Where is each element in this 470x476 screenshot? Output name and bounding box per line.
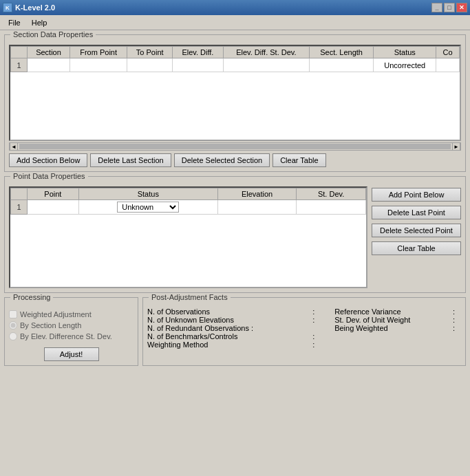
post-adj-row-4: N. of Benchmarks/Controls : [147,332,461,340]
post-stdev-unit-label: St. Dev. of Unit Weight [334,316,453,324]
point-cell-elevation[interactable] [217,200,296,215]
section-cell-status: Uncorrected [374,58,436,72]
col-header-from-point: From Point [70,47,127,58]
pt-col-status: Status [78,188,217,200]
point-cell-status[interactable]: Unknown Known Fixed [78,200,217,215]
weighted-adjustment-option[interactable]: Weighted Adjustment [9,310,133,318]
post-adj-table: N. of Observations : Reference Variance … [147,307,461,349]
section-buttons: Add Section Below Delete Last Section De… [9,153,461,167]
post-unk-elev-colon: : [312,316,321,324]
section-row-num: 1 [11,58,28,72]
post-red-obs-value [321,324,334,332]
post-adj-label: Post-Adjustment Facts [149,293,231,301]
point-table: Point Status Elevation St. Dev. 1 [10,188,366,215]
point-buttons: Add Point Below Delete Last Point Delete… [372,186,461,288]
window-controls[interactable]: _ □ ✕ [431,3,467,12]
section-table-row: 1 Uncorrected [11,58,460,72]
section-cell-sect-length[interactable] [309,58,373,72]
section-table: Section From Point To Point Elev. Diff. … [10,46,460,72]
post-ref-var-label: Reference Variance [334,307,453,316]
point-group-label: Point Data Properties [10,172,88,180]
app-icon: K [3,3,12,12]
main-content: Section Data Properties Section From Poi… [0,30,470,476]
col-header-to-point: To Point [127,47,173,58]
post-bench-colon: : [312,332,321,340]
point-cell-point[interactable] [28,200,79,215]
section-cell-elev-diff[interactable] [173,58,224,72]
status-dropdown[interactable]: Unknown Known Fixed [117,202,179,213]
post-empty-1 [334,332,453,340]
menu-help[interactable]: Help [26,17,53,28]
col-header-status: Status [374,47,436,58]
post-obs-colon: : [312,307,321,316]
by-elev-label: By Elev. Difference St. Dev. [20,332,112,340]
processing-group: Processing Weighted Adjustment By Sectio… [4,297,138,366]
clear-point-table-button[interactable]: Clear Table [372,241,461,255]
post-red-obs-colon [312,324,321,332]
section-cell-elev-diff-std[interactable] [223,58,309,72]
weighted-checkbox[interactable] [9,310,17,318]
point-table-row: 1 Unknown Known Fixed [11,200,366,215]
post-stdev-unit-colon: : [453,316,461,324]
processing-options: Weighted Adjustment By Section Length By… [9,307,133,343]
by-elev-option[interactable]: By Elev. Difference St. Dev. [9,332,133,340]
point-table-container[interactable]: Point Status Elevation St. Dev. 1 [9,186,367,288]
post-empty-2 [453,332,461,340]
by-section-radio[interactable] [9,321,17,329]
post-bench-value [321,332,334,340]
post-weight-method-value [321,340,334,349]
post-empty-4 [334,340,453,349]
post-empty-5 [453,340,461,349]
post-obs-value [321,307,334,316]
minimize-button[interactable]: _ [431,3,442,12]
post-adjustment-group: Post-Adjustment Facts N. of Observations… [142,297,466,366]
pt-col-num [11,188,28,200]
delete-last-section-button[interactable]: Delete Last Section [90,153,171,167]
by-section-option[interactable]: By Section Length [9,321,133,329]
scroll-right-arrow[interactable]: ► [452,142,460,151]
maximize-button[interactable]: □ [444,3,455,12]
col-header-elev-diff-std: Elev. Diff. St. Dev. [223,47,309,58]
processing-label: Processing [10,293,53,301]
bottom-row: Processing Weighted Adjustment By Sectio… [4,297,466,366]
point-table-area: Point Status Elevation St. Dev. 1 [9,186,367,288]
section-cell-co[interactable] [436,58,460,72]
point-layout: Point Status Elevation St. Dev. 1 [9,186,461,288]
delete-selected-section-button[interactable]: Delete Selected Section [174,153,270,167]
post-being-weighted-colon: : [453,324,461,332]
section-cell-from[interactable] [70,58,127,72]
post-bench-label: N. of Benchmarks/Controls [147,332,312,340]
point-row-num: 1 [11,200,28,215]
section-cell-to[interactable] [127,58,173,72]
section-group-label: Section Data Properties [10,30,96,39]
delete-selected-point-button[interactable]: Delete Selected Point [372,224,461,237]
add-section-button[interactable]: Add Section Below [9,153,87,167]
scroll-left-arrow[interactable]: ◄ [10,142,18,151]
post-unk-elev-value [321,316,334,324]
app-title: K-Level 2.0 [15,3,55,12]
point-cell-stdev[interactable] [297,200,366,215]
weighted-label: Weighted Adjustment [20,310,92,318]
post-adj-row-3: N. of Redundant Observations : Being Wei… [147,324,461,332]
menu-file[interactable]: File [3,17,26,28]
pt-col-stdev: St. Dev. [297,188,366,200]
title-bar: K K-Level 2.0 _ □ ✕ [0,0,470,15]
clear-section-table-button[interactable]: Clear Table [273,153,325,167]
by-elev-radio[interactable] [9,332,17,340]
col-header-section: Section [28,47,70,58]
post-ref-var-colon: : [453,307,461,316]
delete-last-point-button[interactable]: Delete Last Point [372,206,461,219]
add-point-button[interactable]: Add Point Below [372,188,461,202]
col-header-elev-diff: Elev. Diff. [173,47,224,58]
section-scrollbar[interactable]: ◄ ► [9,142,461,151]
post-adj-row-1: N. of Observations : Reference Variance … [147,307,461,316]
point-data-group: Point Data Properties Point Status Eleva… [4,176,466,293]
scroll-thumb[interactable] [19,144,451,149]
pt-col-elevation: Elevation [217,188,296,200]
adjust-button[interactable]: Adjust! [44,347,99,361]
post-weight-method-label: Weighting Method [147,340,312,349]
section-table-container[interactable]: Section From Point To Point Elev. Diff. … [9,45,461,141]
close-button[interactable]: ✕ [456,3,467,12]
col-header-num [11,47,28,58]
section-cell-section[interactable] [28,58,70,72]
